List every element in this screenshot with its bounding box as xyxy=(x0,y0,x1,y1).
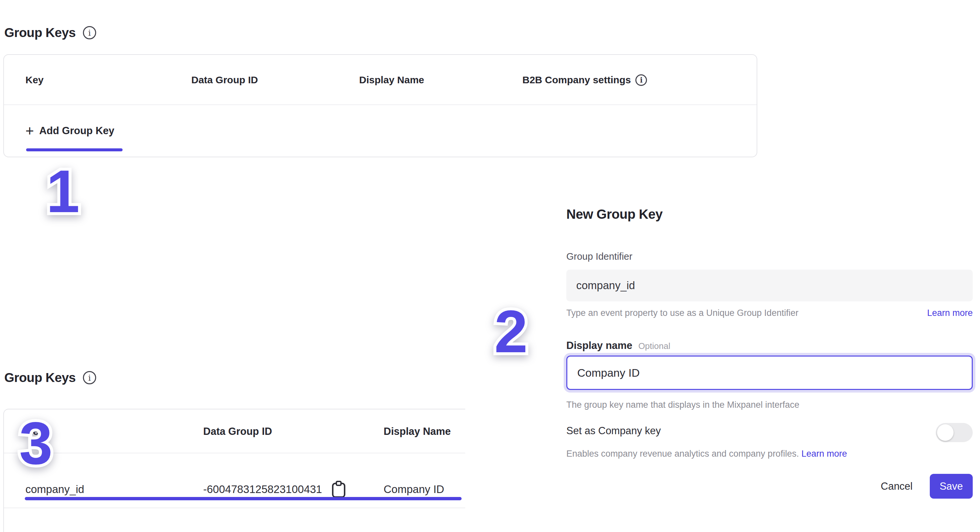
table-header-divider xyxy=(4,453,465,453)
row-key-cell: company_id xyxy=(25,481,84,498)
info-icon[interactable]: i xyxy=(83,26,96,39)
column-header-data-group-id: Data Group ID xyxy=(203,409,272,453)
optional-badge: Optional xyxy=(638,341,670,351)
display-name-label-row: Display name Optional xyxy=(566,340,670,352)
column-header-b2b: B2B Company settings i xyxy=(522,55,647,105)
new-group-key-form: New Group Key Group Identifier Type an e… xyxy=(566,202,973,512)
row-data-group-id-cell: -6004783125823100431 xyxy=(203,481,346,498)
cancel-button[interactable]: Cancel xyxy=(881,481,913,492)
toggle-knob xyxy=(937,424,954,441)
group-identifier-helper: Type an event property to use as a Uniqu… xyxy=(566,308,798,318)
column-header-display-name: Display Name xyxy=(359,55,424,105)
form-title: New Group Key xyxy=(566,207,662,222)
learn-more-link[interactable]: Learn more xyxy=(801,449,847,459)
table-header-divider xyxy=(4,104,757,105)
learn-more-link[interactable]: Learn more xyxy=(927,308,973,318)
step-highlight-underline xyxy=(25,497,461,500)
row-display-name-cell: Company ID xyxy=(383,481,444,498)
copy-icon[interactable] xyxy=(331,481,346,498)
info-icon[interactable]: i xyxy=(635,74,647,86)
table-row-divider xyxy=(4,508,465,508)
page: Group Keys i Key Data Group ID Display N… xyxy=(0,0,980,532)
step-number-3: 3 xyxy=(19,413,52,473)
group-identifier-label: Group Identifier xyxy=(566,251,632,262)
company-key-toggle[interactable] xyxy=(936,423,973,442)
step-number-1: 1 xyxy=(46,161,80,221)
group-keys-heading-bottom: Group Keys i xyxy=(4,370,96,385)
add-group-key-label: Add Group Key xyxy=(39,125,115,137)
column-header-data-group-id: Data Group ID xyxy=(191,55,258,105)
form-actions: Cancel Save xyxy=(881,474,973,499)
step-highlight-underline xyxy=(26,148,123,151)
group-identifier-helper-row: Type an event property to use as a Uniqu… xyxy=(566,308,973,318)
step-number-2: 2 xyxy=(494,301,528,362)
display-name-helper: The group key name that displays in the … xyxy=(566,400,799,410)
group-keys-heading-top: Group Keys i xyxy=(4,25,96,41)
plus-icon: + xyxy=(25,124,34,138)
group-keys-table-filled: Key Data Group ID Display Name company_i… xyxy=(3,409,465,532)
column-header-key: Key xyxy=(25,55,44,105)
column-header-display-name: Display Name xyxy=(383,409,451,453)
set-company-key-label: Set as Company key xyxy=(566,425,661,437)
info-icon[interactable]: i xyxy=(83,371,96,384)
save-button[interactable]: Save xyxy=(930,474,973,499)
page-title: Group Keys xyxy=(4,25,76,41)
page-title: Group Keys xyxy=(4,370,76,385)
display-name-input[interactable] xyxy=(566,355,973,390)
group-identifier-input[interactable] xyxy=(566,270,973,301)
display-name-label: Display name xyxy=(566,340,632,352)
group-keys-table: Key Data Group ID Display Name B2B Compa… xyxy=(3,54,757,157)
company-key-helper: Enables company revenue analytics and co… xyxy=(566,449,847,459)
